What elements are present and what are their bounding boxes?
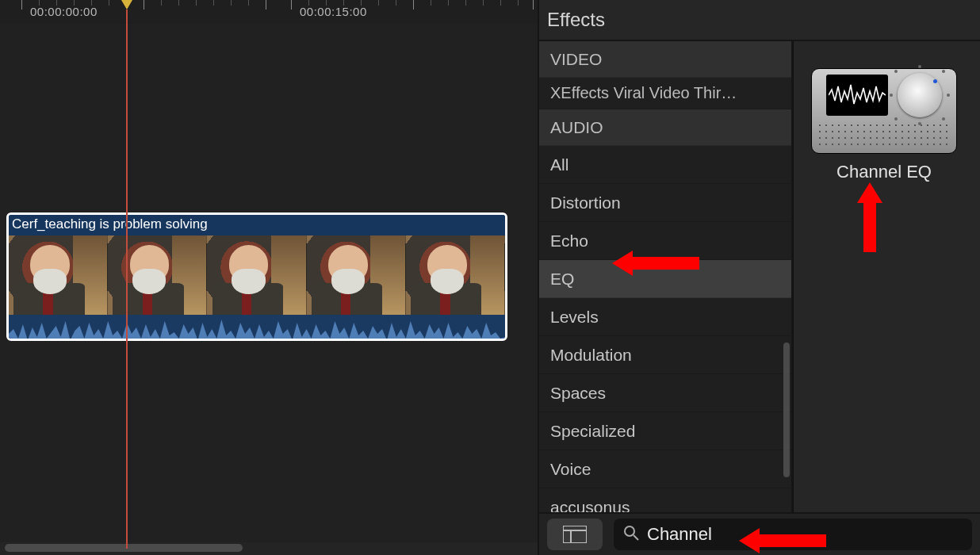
effect-preview-label: Channel EQ	[811, 162, 957, 182]
svg-line-5	[634, 535, 638, 540]
clip-thumbnails	[9, 235, 505, 315]
effects-search-input[interactable]: Channel	[614, 519, 972, 550]
effects-browser: Effects VIDEO XEffects Viral Video Thir……	[539, 0, 980, 555]
grid-view-button[interactable]	[547, 519, 603, 550]
category-vertical-scrollbar[interactable]	[783, 343, 790, 477]
effects-title: Effects	[547, 9, 605, 31]
timeline-horizontal-scrollbar[interactable]	[5, 544, 243, 552]
svg-rect-1	[563, 526, 587, 543]
effect-preview-channel-eq[interactable]: Channel EQ	[811, 68, 957, 182]
category-item-echo[interactable]: Echo	[539, 222, 791, 260]
grid-view-icon	[563, 526, 587, 543]
effects-category-column: VIDEO XEffects Viral Video Thir… AUDIO A…	[539, 41, 793, 512]
category-item-levels[interactable]: Levels	[539, 298, 791, 336]
ruler-timecode: 00:00:00:00	[30, 5, 98, 18]
category-item-modulation[interactable]: Modulation	[539, 336, 791, 374]
timeline-body[interactable]: Cerf_teaching is problem solving	[0, 24, 538, 542]
category-item-voice[interactable]: Voice	[539, 450, 791, 488]
eq-dotgrid-icon	[817, 122, 951, 149]
category-item-xeffects[interactable]: XEffects Viral Video Thir…	[539, 78, 791, 109]
timeline-ruler[interactable]: 00:00:00:00 00:00:15:00	[0, 0, 538, 24]
playhead-line[interactable]	[126, 10, 128, 549]
clip-title: Cerf_teaching is problem solving	[12, 216, 208, 232]
category-item-eq[interactable]: EQ	[539, 260, 791, 298]
timeline-panel: 00:00:00:00 00:00:15:00	[0, 0, 539, 555]
category-item-accusonus[interactable]: accusonus	[539, 488, 791, 512]
effects-bottom-bar: Channel	[539, 512, 980, 555]
search-icon	[623, 525, 639, 545]
eq-waveform-icon	[826, 75, 888, 116]
eq-knob-icon	[898, 73, 942, 117]
category-section-audio: AUDIO	[539, 109, 791, 146]
category-item-spaces[interactable]: Spaces	[539, 374, 791, 412]
category-item-specialized[interactable]: Specialized	[539, 412, 791, 450]
effect-thumbnail	[811, 68, 957, 154]
ruler-timecode: 00:00:15:00	[300, 5, 367, 18]
category-item-all[interactable]: All	[539, 146, 791, 184]
category-section-video: VIDEO	[539, 41, 791, 78]
clip-audio-waveform	[9, 315, 505, 341]
category-item-distortion[interactable]: Distortion	[539, 184, 791, 222]
effects-preview-column: Channel EQ	[793, 41, 980, 512]
svg-marker-0	[121, 0, 132, 10]
search-query-text: Channel	[647, 524, 712, 545]
effects-header: Effects	[539, 0, 980, 41]
svg-point-4	[625, 526, 634, 536]
timeline-clip[interactable]: Cerf_teaching is problem solving	[6, 212, 507, 341]
